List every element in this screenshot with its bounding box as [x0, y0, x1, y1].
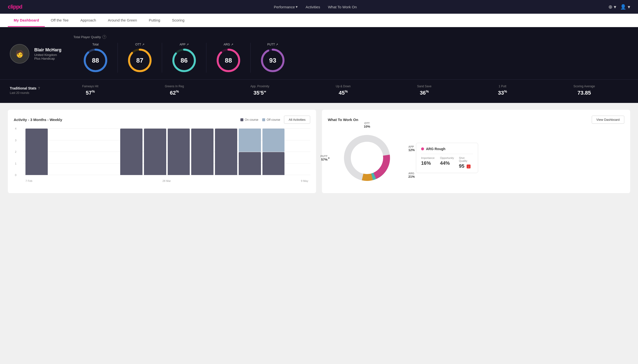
- bar-off-course: [239, 128, 261, 152]
- score-card-total: Total 88: [73, 43, 118, 72]
- player-country: United Kingdom: [34, 53, 62, 57]
- tab-approach[interactable]: Approach: [74, 14, 102, 27]
- detail-stats: Importance 16% Opportunity 44% Shot Qual…: [421, 156, 473, 169]
- score-label: APP ↗: [179, 43, 188, 46]
- arg-label: ARG 21%: [408, 172, 415, 178]
- app-label: APP 12%: [408, 145, 415, 152]
- hero-top: 🧑 Blair McHarg United Kingdom Plus Handi…: [10, 35, 628, 72]
- stat-label: Scoring Average: [573, 84, 595, 88]
- ring-value: 88: [225, 57, 232, 64]
- x-label-feb: 7 Feb: [26, 180, 32, 182]
- on-course-legend-dot: [241, 118, 243, 121]
- stat-value: 45%: [336, 90, 351, 96]
- player-details: Blair McHarg United Kingdom Plus Handica…: [34, 48, 62, 60]
- detail-card: ARG Rough Importance 16% Opportunity 44%…: [416, 143, 478, 173]
- stat-item: Scoring Average 73.85: [573, 84, 595, 96]
- x-labels: 7 Feb 28 Mar 9 May: [24, 180, 310, 182]
- hero-section: 🧑 Blair McHarg United Kingdom Plus Handi…: [0, 27, 638, 80]
- stat-items: Fairways Hit 57% Greens In Reg 62% App. …: [49, 84, 628, 96]
- bar-on-course: [239, 152, 261, 175]
- wtwo-content: Importance To Scoring PUTT 57% OTT 10% A…: [328, 128, 624, 187]
- bar-group: [215, 128, 237, 175]
- shot-quality-badge: ↓: [467, 164, 471, 168]
- ring-container: 87: [128, 48, 152, 72]
- trad-stats-label: Traditional Stats ? Last 20 rounds: [10, 86, 49, 94]
- bar-group: [239, 128, 261, 175]
- bar-group: [144, 128, 166, 175]
- bars-container: [24, 128, 310, 175]
- wtwo-title: What To Work On: [328, 118, 358, 122]
- player-info: 🧑 Blair McHarg United Kingdom Plus Handi…: [10, 44, 64, 64]
- score-label: Total: [92, 43, 98, 46]
- grid-label: 3: [15, 139, 17, 142]
- ott-label: OTT 10%: [364, 122, 370, 128]
- ring-container: 93: [261, 48, 285, 72]
- legend-on-course: On course: [241, 118, 258, 122]
- tpq-info-icon[interactable]: ?: [102, 35, 106, 39]
- off-course-legend-dot: [262, 118, 265, 121]
- detail-dot: [421, 148, 424, 150]
- bar-on-course: [191, 128, 214, 175]
- bar-on-course: [120, 128, 142, 175]
- ring-value: 86: [181, 57, 188, 64]
- activity-chart-header: Activity - 3 Months - Weekly On course O…: [14, 116, 310, 124]
- stat-label: 1 Putt: [498, 84, 507, 88]
- stat-value: 57%: [82, 90, 98, 96]
- donut-area: Importance To Scoring PUTT 57% OTT 10% A…: [338, 128, 396, 187]
- activity-chart-title: Activity - 3 Months - Weekly: [14, 118, 62, 122]
- score-card-putt: PUTT ↗ 93: [251, 43, 295, 72]
- nav-right: ⊕ ▾ 👤 ▾: [608, 4, 630, 10]
- stat-value: 36%: [417, 90, 432, 96]
- bar-group: [96, 128, 119, 175]
- user-menu-button[interactable]: 👤 ▾: [620, 4, 630, 10]
- bar-on-course: [263, 152, 285, 175]
- bar-on-course: [168, 128, 190, 175]
- putt-label: PUTT 57%: [320, 155, 328, 161]
- putt-dot: [328, 157, 330, 159]
- tab-my-dashboard[interactable]: My Dashboard: [8, 14, 45, 27]
- nav-activities[interactable]: Activities: [306, 5, 320, 9]
- score-label: PUTT ↗: [267, 43, 278, 46]
- stat-item: Up & Down 45%: [336, 84, 351, 96]
- tab-putting[interactable]: Putting: [143, 14, 166, 27]
- bar-on-course: [215, 128, 237, 175]
- tab-scoring[interactable]: Scoring: [166, 14, 190, 27]
- stat-item: Greens In Reg 62%: [165, 84, 184, 96]
- stat-item: 1 Putt 33%: [498, 84, 507, 96]
- grid-label: 4: [15, 127, 17, 130]
- ring-container: 88: [83, 48, 108, 72]
- tab-off-the-tee[interactable]: Off the Tee: [45, 14, 74, 27]
- activity-chart-area: 01234 7 Feb 28 Mar 9 May: [14, 128, 310, 182]
- stat-label: Fairways Hit: [82, 84, 98, 88]
- nav-what-to-work-on[interactable]: What To Work On: [328, 5, 357, 9]
- score-card-app: APP ↗ 86: [162, 43, 206, 72]
- bar-group: [26, 128, 48, 175]
- bar-group: [73, 128, 95, 175]
- score-label: OTT ↗: [135, 43, 144, 46]
- nav-links: Performance ▾ Activities What To Work On: [274, 5, 357, 9]
- detail-opportunity: Opportunity 44%: [440, 156, 454, 169]
- detail-importance: Importance 16%: [421, 156, 435, 169]
- player-name: Blair McHarg: [34, 48, 62, 52]
- x-label-mar: 28 Mar: [162, 180, 171, 182]
- all-activities-button[interactable]: All Activities: [284, 116, 310, 124]
- trad-info-icon[interactable]: ?: [38, 86, 40, 90]
- stat-value: 62%: [165, 90, 184, 96]
- ring-container: 88: [216, 48, 241, 72]
- stat-value: 73.85: [573, 90, 595, 96]
- tpq-label: Total Player Quality ?: [73, 35, 628, 39]
- add-button[interactable]: ⊕ ▾: [608, 4, 616, 10]
- view-dashboard-button[interactable]: View Dashboard: [592, 116, 624, 124]
- x-label-may: 9 May: [301, 180, 308, 182]
- bar-group: [168, 128, 190, 175]
- chart-legend: On course Off course: [241, 118, 280, 122]
- activity-chart-card: Activity - 3 Months - Weekly On course O…: [8, 110, 316, 193]
- score-label: ARG ↗: [224, 43, 233, 46]
- nav-performance[interactable]: Performance ▾: [274, 5, 298, 9]
- logo: clippd: [8, 4, 22, 10]
- ring-value: 87: [136, 57, 143, 64]
- bar-group: [120, 128, 142, 175]
- traditional-stats: Traditional Stats ? Last 20 rounds Fairw…: [0, 80, 638, 103]
- tpq-section: Total Player Quality ? Total 88 OTT ↗ 87…: [73, 35, 628, 72]
- tab-around-the-green[interactable]: Around the Green: [102, 14, 143, 27]
